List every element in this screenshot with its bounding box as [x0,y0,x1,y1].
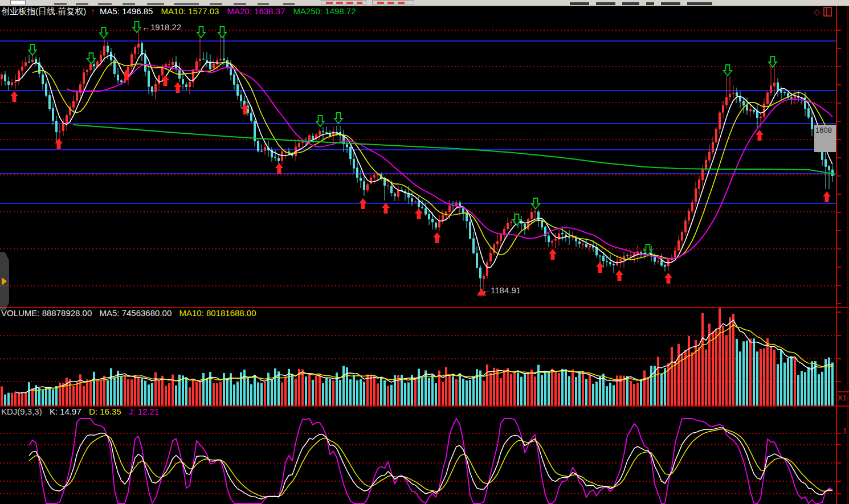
volume-ma5-value: 74563680.00 [122,308,172,318]
buy-signal-arrow [275,163,283,174]
buy-signal-arrow [823,191,831,202]
trend-up-icon: ↑ [91,6,95,16]
kdj-d-value: 16.35 [100,407,121,416]
volume-header: VOLUME: 88878928.00 MA5: 74563680.00 MA1… [1,308,262,318]
axis-price-tag: 1608 [814,125,836,152]
buy-signal-arrow [596,262,604,273]
chart-title-row: 创业板指(日线.前复权) ↑ MA5: 1496.85 MA10: 1577.0… [1,6,356,16]
volume-ma10-label: MA10: [179,308,203,318]
kdj-header: KDJ(9,3,3) K: 14.97 D: 16.35 J: 12.21 [1,407,159,416]
ma20-legend: MA20: 1638.37 [227,6,285,16]
sell-signal-arrow [197,27,205,38]
buy-signal-arrow [10,91,18,102]
menu-stub[interactable] [98,3,112,5]
menu-stub[interactable] [174,3,199,5]
kdj-label: KDJ(9,3,3) [1,407,42,416]
low-price-annotation: ←1184.91 [482,285,521,295]
toolbar-clipped[interactable] [0,0,849,6]
sell-signal-arrow [769,56,777,67]
volume-value: 88878928.00 [42,308,92,318]
menu-stub[interactable] [661,2,680,5]
diamond-icon[interactable]: ◇ [814,7,821,17]
buy-signal-arrow [756,130,764,141]
kdj-k-value: 14.97 [60,407,81,416]
menu-stub[interactable] [283,3,295,5]
sell-signal-arrow [316,116,324,126]
sidebar-expand-tab[interactable] [0,252,9,310]
menu-stub[interactable] [258,3,269,5]
menu-stub[interactable] [596,2,615,5]
ma10-legend: MA10: 1577.03 [161,6,219,16]
volume-label: VOLUME: [1,308,40,318]
buy-signal-arrow [549,249,557,260]
buy-signal-arrow [433,232,441,243]
menu-stub[interactable] [234,3,246,5]
quote-box-stub[interactable] [372,0,414,5]
ma250-legend: MA250: 1498.72 [293,6,356,16]
kdj-d-label: D: [89,407,97,416]
buy-signal-arrow [664,273,672,284]
sell-signal-arrow [513,214,521,225]
pane-corner-controls: ◇ [814,7,832,17]
menu-stub[interactable] [210,3,222,5]
ma5-legend: MA5: 1496.85 [100,6,153,16]
menu-stub[interactable] [646,2,654,5]
zoom-level-label: X1 [838,393,847,403]
buy-signal-arrow [415,208,423,219]
buy-signal-arrow [55,138,63,149]
sell-signal-arrow [28,44,36,55]
sell-signal-arrow [334,113,342,124]
instrument-title: 创业板指(日线.前复权) [1,6,86,16]
kdj-j-value: 12.21 [138,407,160,416]
menu-stub[interactable] [76,3,88,5]
sell-signal-arrow [100,27,108,38]
high-price-annotation: ←1918.22 [142,22,181,32]
trading-app-screen: 创业板指(日线.前复权) ↑ MA5: 1496.85 MA10: 1577.0… [0,0,849,504]
menu-stub[interactable] [123,3,135,5]
quote-box-stub[interactable] [321,0,366,5]
menu-stub[interactable] [687,2,712,5]
buy-signal-arrow [174,82,182,93]
buy-signal-arrow [615,270,623,281]
price-chart-canvas[interactable] [0,0,849,504]
split-window-icon[interactable] [823,7,832,17]
sell-signal-arrow [532,198,540,209]
menu-stub[interactable] [54,3,67,5]
menu-stub[interactable] [147,3,164,5]
toolbar-input-stub[interactable] [10,0,26,5]
kdj-k-label: K: [50,407,58,416]
volume-ma5-label: MA5: [99,308,119,318]
volume-ma10-value: 80181688.00 [206,308,256,318]
kdj-j-label: J: [129,407,136,416]
kdj-axis-label: 1 [843,426,847,436]
menu-stub[interactable] [570,2,589,5]
menu-stub[interactable] [622,2,639,5]
expand-arrow-icon [2,277,7,285]
sell-signal-arrow [133,22,141,32]
sell-signal-arrow [218,27,226,38]
